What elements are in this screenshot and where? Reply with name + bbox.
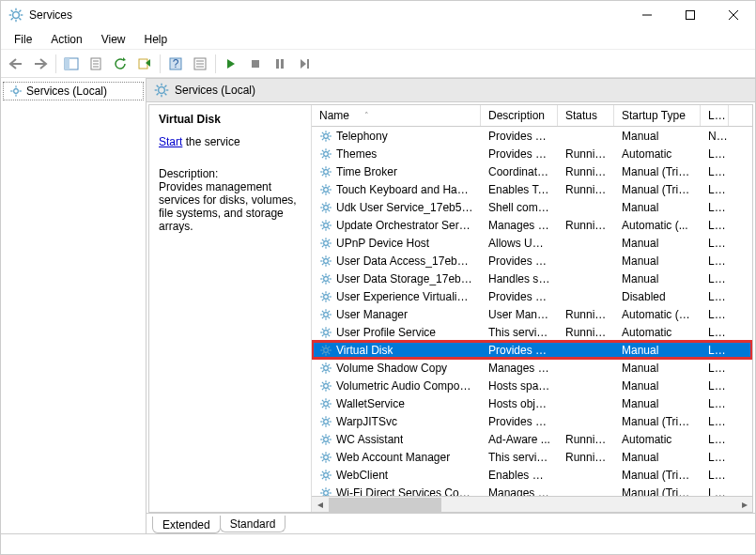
svg-line-63 [322,156,324,158]
svg-line-51 [322,131,324,133]
service-row[interactable]: User Experience Virtualizati...Provides … [312,287,752,305]
svg-line-114 [322,256,324,258]
menu-file[interactable]: File [7,31,39,48]
service-startup: Manual [614,272,701,285]
col-logon[interactable]: Log [701,105,729,126]
show-hide-tree-button[interactable] [60,53,83,75]
service-name: Wi-Fi Direct Services Conne... [336,486,473,497]
restart-service-button[interactable] [293,53,316,75]
toolbar-separator [160,54,161,73]
service-logon: Net [701,130,729,143]
scroll-left-icon[interactable]: ◂ [312,498,328,511]
menu-action[interactable]: Action [43,31,89,48]
service-row[interactable]: WC AssistantAd-Aware ...RunningAutomatic… [312,430,752,448]
service-desc: Provides us... [481,147,558,161]
pause-service-button[interactable] [269,53,291,75]
service-row[interactable]: WalletServiceHosts objec...ManualLoc [312,394,752,412]
service-logon: Loc [701,290,729,303]
service-status: Running [558,326,614,339]
service-row[interactable]: Udk User Service_17eb52afShell comp...Ma… [312,198,752,216]
service-row[interactable]: Update Orchestrator ServiceManages W...R… [312,216,752,234]
col-name[interactable]: Name˄ [312,105,481,126]
back-button[interactable] [5,53,27,75]
menu-view[interactable]: View [94,31,133,48]
service-name: WC Assistant [336,433,403,446]
horizontal-scrollbar[interactable]: ◂ ▸ [312,496,752,512]
service-status: Running [558,165,614,178]
service-row[interactable]: Web Account ManagerThis service ...Runni… [312,448,752,466]
service-name: WarpJITSvc [336,415,397,428]
svg-line-215 [328,453,330,455]
svg-line-61 [328,156,330,158]
service-row[interactable]: WebClientEnables Win...Manual (Trig...Lo… [312,466,752,484]
service-name: User Manager [336,308,408,321]
service-logon: Loc [701,165,729,178]
help-button[interactable]: ? [164,53,187,75]
col-startup-type[interactable]: Startup Type [614,105,701,126]
service-icon [319,469,332,482]
service-startup: Automatic (T... [614,308,701,321]
tab-extended[interactable]: Extended [152,516,221,533]
tree-root-label: Services (Local) [26,85,107,98]
service-icon [319,130,332,143]
service-row[interactable]: User Data Storage_17eb52afHandles sto...… [312,270,752,287]
svg-point-64 [324,169,329,174]
service-row[interactable]: Wi-Fi Direct Services Conne...Manages co… [312,484,752,496]
scroll-right-icon[interactable]: ▸ [736,498,752,511]
tab-standard[interactable]: Standard [220,516,286,532]
maximize-button[interactable] [669,1,712,29]
service-startup: Manual (Trig... [614,183,701,196]
service-status: Running [558,308,614,321]
service-desc: Provides Tel... [481,130,558,143]
svg-line-142 [328,316,330,318]
svg-line-69 [322,167,324,169]
service-icon [319,219,332,232]
detail-service-name: Virtual Disk [159,113,301,126]
start-link[interactable]: Start [159,135,182,148]
svg-line-159 [322,346,324,347]
tree-root-item[interactable]: Services (Local) [3,82,144,100]
svg-rect-31 [307,59,309,69]
properties2-button[interactable] [189,53,211,75]
svg-rect-13 [10,63,22,65]
svg-point-109 [324,258,329,263]
start-service-button[interactable] [220,53,242,75]
export-list-button[interactable] [133,53,156,75]
scrollbar-thumb[interactable] [329,498,441,512]
service-row[interactable]: TelephonyProvides Tel...ManualNet [312,127,752,145]
service-row[interactable]: Volume Shadow CopyManages an...ManualLoc [312,359,752,377]
service-name: Volume Shadow Copy [336,362,447,375]
svg-point-154 [324,347,329,352]
svg-point-32 [14,89,19,94]
service-row[interactable]: Time BrokerCoordinates...RunningManual (… [312,162,752,180]
service-row[interactable]: Touch Keyboard and Hand...Enables Tou...… [312,180,752,198]
minimize-button[interactable] [625,1,669,29]
toolbar-separator [215,54,216,73]
svg-line-179 [328,381,330,383]
stop-service-button[interactable] [244,53,267,75]
main-pane: Services (Local) Virtual Disk Start the … [147,78,755,533]
svg-line-78 [322,185,324,187]
col-description[interactable]: Description [481,105,558,126]
service-row[interactable]: User ManagerUser Manag...RunningAutomati… [312,305,752,323]
menu-help[interactable]: Help [137,31,176,48]
service-row[interactable]: Virtual DiskProvides m...ManualLoc [312,341,752,359]
service-row[interactable]: Volumetric Audio Composit...Hosts spatia… [312,377,752,394]
close-button[interactable] [712,1,755,29]
service-rows[interactable]: TelephonyProvides Tel...ManualNetThemesP… [312,127,752,496]
service-row[interactable]: UPnP Device HostAllows UPn...ManualLoc [312,234,752,252]
service-name: User Data Storage_17eb52af [336,272,473,285]
properties-button[interactable] [85,53,107,75]
service-row[interactable]: WarpJITSvcProvides a JI...Manual (Trig..… [312,412,752,430]
forward-button[interactable] [29,53,52,75]
main-header: Services (Local) [147,78,755,102]
refresh-button[interactable] [109,53,131,75]
main-header-title: Services (Local) [175,84,255,97]
svg-line-87 [322,203,324,205]
service-row[interactable]: User Data Access_17eb52afProvides ap...M… [312,252,752,270]
service-row[interactable]: ThemesProvides us...RunningAutomaticLoc [312,145,752,162]
svg-line-178 [328,388,330,390]
col-status[interactable]: Status [558,105,614,126]
service-row[interactable]: User Profile ServiceThis service...Runni… [312,323,752,341]
service-desc: Enables Win... [481,469,558,482]
